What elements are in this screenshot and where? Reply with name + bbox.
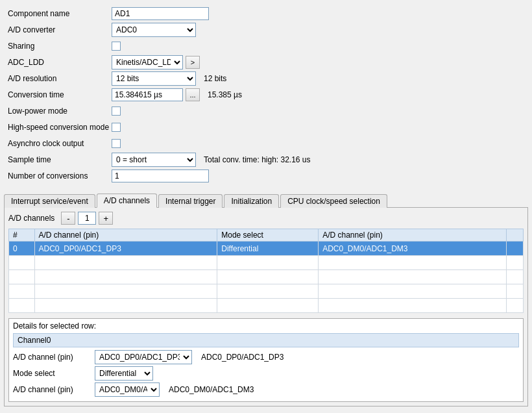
resolution-control: 12 bits 8 bits 10 bits 16 bits 12 bits bbox=[112, 71, 226, 86]
tab-initialization[interactable]: Initialization bbox=[224, 194, 279, 208]
table-header-row: # A/D channel (pin) Mode select A/D chan… bbox=[9, 229, 524, 242]
table-row[interactable] bbox=[9, 299, 524, 313]
lowpower-checkbox[interactable] bbox=[112, 106, 121, 116]
num-conv-row: Number of conversions bbox=[8, 169, 524, 183]
sample-control: 0 = short 1 2 Total conv. time: high: 32… bbox=[112, 153, 311, 167]
highspeed-control bbox=[112, 123, 121, 132]
resolution-static: 12 bits bbox=[204, 74, 226, 83]
details-ad-channel-static: ADC0_DP0/ADC1_DP3 bbox=[201, 353, 284, 362]
conversion-btn[interactable]: ... bbox=[186, 88, 200, 101]
tab-internal-trigger[interactable]: Internal trigger bbox=[158, 194, 223, 208]
table-row[interactable] bbox=[9, 284, 524, 299]
total-conv-text: Total conv. time: high: 32.16 us bbox=[204, 155, 311, 164]
details-mode-select[interactable]: Differential Single bbox=[95, 366, 153, 381]
channels-index-input[interactable] bbox=[78, 212, 96, 225]
component-name-row: Component name bbox=[8, 6, 524, 21]
col-header-mode: Mode select bbox=[217, 229, 319, 242]
table-row[interactable] bbox=[9, 270, 524, 284]
conversion-label: Conversion time bbox=[8, 90, 112, 99]
sample-row: Sample time 0 = short 1 2 Total conv. ti… bbox=[8, 153, 524, 167]
adc-ldd-row: ADC_LDD Kinetis/ADC_LDD > bbox=[8, 55, 524, 69]
channels-minus-btn[interactable]: - bbox=[61, 212, 75, 225]
sharing-row: Sharing bbox=[8, 39, 524, 53]
highspeed-label: High-speed conversion mode bbox=[8, 123, 112, 132]
details-ad-channel2-row: A/D channel (pin) ADC0_DM0/AD ADC0_DM1 A… bbox=[13, 382, 519, 397]
details-ad-channel-label: A/D channel (pin) bbox=[13, 353, 91, 362]
channels-plus-btn[interactable]: + bbox=[99, 212, 113, 225]
adc-ldd-control: Kinetis/ADC_LDD > bbox=[112, 55, 200, 69]
table-row[interactable]: 0ADC0_DP0/ADC1_DP3DifferentialADC0_DM0/A… bbox=[9, 242, 524, 256]
table-row[interactable] bbox=[9, 256, 524, 270]
adc-ldd-select[interactable]: Kinetis/ADC_LDD bbox=[112, 55, 183, 69]
details-mode-row: Mode select Differential Single bbox=[13, 366, 519, 381]
sample-label: Sample time bbox=[8, 155, 112, 164]
details-channel-header: Channel0 bbox=[13, 333, 519, 347]
channels-toolbar: A/D channels - + bbox=[8, 212, 524, 225]
sample-select[interactable]: 0 = short 1 2 bbox=[112, 153, 196, 167]
details-ad-channel2-select[interactable]: ADC0_DM0/AD ADC0_DM1 bbox=[95, 382, 160, 397]
sharing-label: Sharing bbox=[8, 42, 112, 51]
highspeed-checkbox[interactable] bbox=[112, 123, 121, 132]
col-header-ad-channel: A/D channel (pin) bbox=[319, 229, 507, 242]
adc-label: A/D converter bbox=[8, 25, 112, 34]
tab-interrupt[interactable]: Interrupt service/event bbox=[4, 194, 95, 208]
conversion-control: ... 15.385 µs bbox=[112, 88, 242, 101]
num-conv-control bbox=[112, 169, 209, 182]
lowpower-row: Low-power mode bbox=[8, 104, 524, 118]
component-name-input[interactable] bbox=[112, 7, 209, 20]
col-header-channel: A/D channel (pin) bbox=[34, 229, 217, 242]
details-section: Details for selected row: Channel0 A/D c… bbox=[8, 318, 524, 402]
asynchro-checkbox[interactable] bbox=[112, 139, 121, 148]
adc-row: A/D converter ADC0 ADC1 bbox=[8, 23, 524, 37]
details-ad-channel2-static: ADC0_DM0/ADC1_DM3 bbox=[169, 385, 254, 394]
col-header-extra bbox=[506, 229, 523, 242]
details-title: Details for selected row: bbox=[13, 321, 519, 331]
highspeed-row: High-speed conversion mode bbox=[8, 120, 524, 134]
num-conv-input[interactable] bbox=[112, 169, 209, 182]
col-header-num: # bbox=[9, 229, 35, 242]
num-conv-label: Number of conversions bbox=[8, 171, 112, 181]
main-container: Component name A/D converter ADC0 ADC1 S… bbox=[0, 0, 532, 413]
tabs-bar: Interrupt service/event A/D channels Int… bbox=[4, 193, 528, 208]
conversion-static: 15.385 µs bbox=[208, 90, 242, 99]
lowpower-control bbox=[112, 106, 121, 116]
tab-cpu-clock[interactable]: CPU clock/speed selection bbox=[280, 194, 387, 208]
channels-table: # A/D channel (pin) Mode select A/D chan… bbox=[8, 229, 524, 313]
tab-content: A/D channels - + # A/D channel (pin) Mod… bbox=[4, 208, 528, 407]
details-ad-channel-select[interactable]: ADC0_DP0/ADC1_DP3 ADC0_SE1 bbox=[95, 350, 192, 364]
adc-control: ADC0 ADC1 bbox=[112, 23, 196, 37]
form-section: Component name A/D converter ADC0 ADC1 S… bbox=[4, 4, 528, 188]
details-ad-channel-row: A/D channel (pin) ADC0_DP0/ADC1_DP3 ADC0… bbox=[13, 350, 519, 364]
adc-select[interactable]: ADC0 ADC1 bbox=[112, 23, 196, 37]
details-ad-channel2-label: A/D channel (pin) bbox=[13, 385, 91, 394]
asynchro-label: Asynchro clock output bbox=[8, 139, 112, 148]
component-name-control bbox=[112, 7, 209, 20]
tab-ad-channels[interactable]: A/D channels bbox=[97, 194, 157, 208]
resolution-row: A/D resolution 12 bits 8 bits 10 bits 16… bbox=[8, 71, 524, 86]
channels-section-label: A/D channels bbox=[8, 214, 54, 223]
adc-ldd-label: ADC_LDD bbox=[8, 58, 112, 67]
details-mode-label: Mode select bbox=[13, 369, 91, 378]
component-name-label: Component name bbox=[8, 9, 112, 18]
lowpower-label: Low-power mode bbox=[8, 106, 112, 116]
resolution-label: A/D resolution bbox=[8, 74, 112, 83]
asynchro-row: Asynchro clock output bbox=[8, 136, 524, 151]
conversion-row: Conversion time ... 15.385 µs bbox=[8, 88, 524, 102]
conversion-input[interactable] bbox=[112, 88, 183, 101]
asynchro-control bbox=[112, 139, 121, 148]
sharing-checkbox[interactable] bbox=[112, 42, 121, 51]
resolution-select[interactable]: 12 bits 8 bits 10 bits 16 bits bbox=[112, 71, 196, 86]
adc-ldd-btn[interactable]: > bbox=[186, 56, 200, 69]
sharing-control bbox=[112, 42, 121, 51]
